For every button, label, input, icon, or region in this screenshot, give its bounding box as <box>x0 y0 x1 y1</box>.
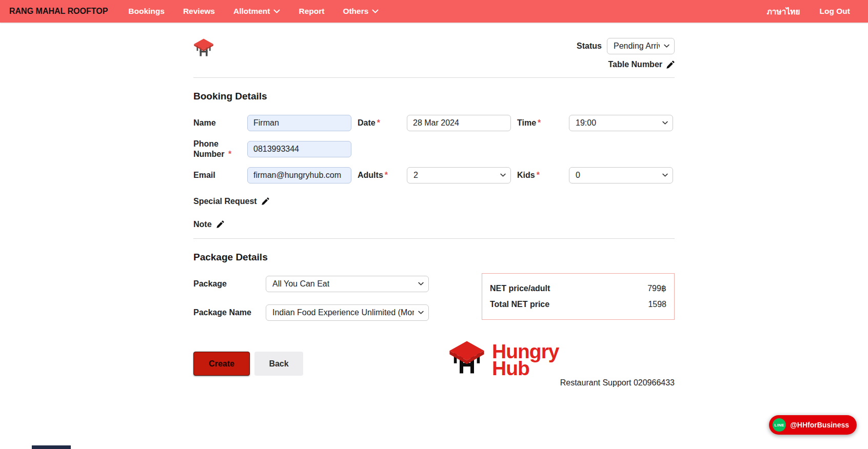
chevron-down-icon <box>418 282 424 286</box>
line-handle: @HHforBusiness <box>790 421 849 429</box>
chevron-down-icon <box>662 121 668 125</box>
bottom-row: Create Back Hungry Hub Restaurant Supp <box>193 352 675 387</box>
nav-bookings[interactable]: Bookings <box>128 7 165 16</box>
adults-select[interactable]: 2 <box>407 167 511 183</box>
adults-label: Adults* <box>351 170 407 180</box>
kids-label: Kids* <box>511 170 569 180</box>
special-request-line: Special Request <box>193 197 675 206</box>
package-form: Package All You Can Eat Package Name Ind… <box>193 276 429 333</box>
hungryhub-logo-table-icon <box>448 340 486 376</box>
total-net-price-value: 1598 <box>648 300 666 309</box>
package-name-label: Package Name <box>193 308 266 317</box>
nav-logout[interactable]: Log Out <box>820 7 850 16</box>
booking-form-page: Status Pending Arrival Table Number Book… <box>193 23 675 408</box>
time-label: Time* <box>511 118 569 128</box>
chevron-down-icon <box>662 174 668 177</box>
hungryhub-footer-brand: Hungry Hub Restaurant Support 020966433 <box>448 340 675 387</box>
name-label: Name <box>193 118 247 128</box>
edit-note-icon[interactable] <box>216 220 224 229</box>
email-label: Email <box>193 170 247 180</box>
nav-right: ภาษาไทย Log Out <box>767 5 850 18</box>
form-row-1: Name Date* Time* 19:00 <box>193 115 675 131</box>
note-label: Note <box>193 220 212 229</box>
divider <box>193 238 675 239</box>
status-select[interactable]: Pending Arrival <box>607 38 675 54</box>
package-select[interactable]: All You Can Eat <box>266 276 429 292</box>
kids-select[interactable]: 0 <box>569 167 673 183</box>
form-row-3: Email Adults* 2 Kids* 0 <box>193 167 675 183</box>
nav-others[interactable]: Others <box>343 7 379 16</box>
nav-report[interactable]: Report <box>299 7 324 16</box>
package-label: Package <box>193 279 266 289</box>
price-row-net-per-adult: NET price/adult 799฿ <box>490 280 666 297</box>
nav-allotment[interactable]: Allotment <box>233 7 280 16</box>
package-name-select[interactable]: Indian Food Experience Unlimited (Monday <box>266 304 429 321</box>
edit-special-request-icon[interactable] <box>261 197 269 206</box>
create-button[interactable]: Create <box>193 352 250 376</box>
table-number-label: Table Number <box>608 60 663 69</box>
line-chat-button[interactable]: LINE @HHforBusiness <box>769 415 857 435</box>
back-button[interactable]: Back <box>254 352 303 376</box>
package-details-title: Package Details <box>193 252 675 263</box>
nav-reviews[interactable]: Reviews <box>183 7 215 16</box>
date-input[interactable] <box>407 115 511 131</box>
status-label: Status <box>577 41 602 51</box>
email-input[interactable] <box>247 167 351 183</box>
chevron-down-icon <box>664 45 669 48</box>
chevron-down-icon <box>418 311 424 315</box>
status-area: Status Pending Arrival Table Number <box>577 38 675 69</box>
chevron-down-icon <box>500 174 506 177</box>
line-icon: LINE <box>773 418 786 432</box>
page-header: Status Pending Arrival Table Number <box>193 23 675 69</box>
price-row-total-net: Total NET price 1598 <box>490 297 666 313</box>
hungryhub-wordmark: Hungry Hub <box>492 340 559 377</box>
top-navbar: RANG MAHAL ROOFTOP Bookings Reviews Allo… <box>0 0 868 23</box>
nav-language-thai[interactable]: ภาษาไทย <box>767 5 800 18</box>
phone-label: Phone Number * <box>193 139 247 159</box>
package-area: Package All You Can Eat Package Name Ind… <box>193 276 675 333</box>
edit-table-number-icon[interactable] <box>666 60 675 69</box>
phone-input[interactable] <box>247 141 351 157</box>
booking-details-title: Booking Details <box>193 91 675 102</box>
note-line: Note <box>193 220 675 229</box>
net-price-per-adult-value: 799฿ <box>647 283 666 293</box>
nav-links: Bookings Reviews Allotment Report Others <box>128 7 379 16</box>
restaurant-name: RANG MAHAL ROOFTOP <box>9 7 108 16</box>
hungryhub-table-icon <box>193 38 214 58</box>
name-input[interactable] <box>247 115 351 131</box>
special-request-label: Special Request <box>193 197 257 206</box>
form-row-2: Phone Number * <box>193 139 675 159</box>
chevron-down-icon <box>273 9 280 13</box>
bottom-edge-fragment <box>32 445 71 449</box>
price-summary-box: NET price/adult 799฿ Total NET price 159… <box>482 273 675 320</box>
date-label: Date* <box>351 118 407 128</box>
restaurant-support-phone: Restaurant Support 020966433 <box>448 378 675 387</box>
time-select[interactable]: 19:00 <box>569 115 673 131</box>
divider <box>193 77 675 78</box>
chevron-down-icon <box>372 9 379 13</box>
